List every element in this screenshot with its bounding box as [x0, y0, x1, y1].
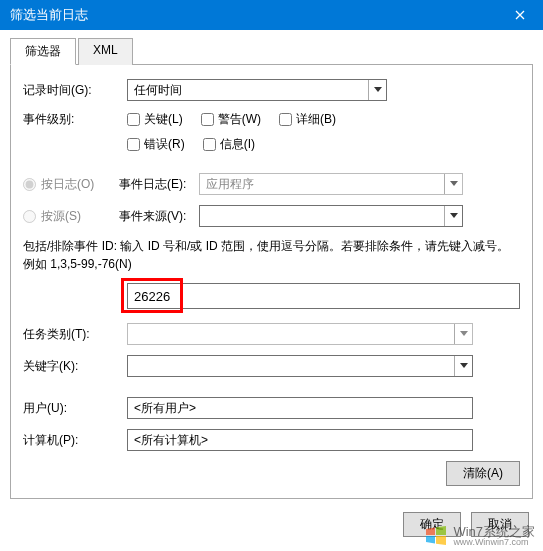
label-event-level: 事件级别: — [23, 111, 105, 128]
filter-panel: 记录时间(G): 事件级别: 关键(L) 警告(W) 详细(B) 错误(R) 信… — [10, 65, 533, 499]
id-hint-text: 包括/排除事件 ID: 输入 ID 号和/或 ID 范围，使用逗号分隔。若要排除… — [23, 237, 520, 273]
tab-xml[interactable]: XML — [78, 38, 133, 65]
combo-event-log-input — [200, 174, 444, 194]
event-id-input[interactable] — [127, 283, 520, 309]
combo-task-category[interactable] — [127, 323, 473, 345]
label-computer: 计算机(P): — [23, 432, 105, 449]
chk-info[interactable]: 信息(I) — [203, 136, 255, 153]
chk-warning[interactable]: 警告(W) — [201, 111, 261, 128]
label-event-source: 事件来源(V): — [119, 208, 199, 225]
radio-by-log[interactable]: 按日志(O) — [23, 176, 119, 193]
cancel-button[interactable]: 取消 — [471, 512, 529, 537]
ok-button[interactable]: 确定 — [403, 512, 461, 537]
combo-log-time[interactable] — [127, 79, 387, 101]
label-event-log: 事件日志(E): — [119, 176, 199, 193]
computer-input[interactable] — [127, 429, 473, 451]
combo-event-source[interactable] — [199, 205, 463, 227]
label-log-time: 记录时间(G): — [23, 82, 105, 99]
combo-keyword-input[interactable] — [128, 356, 454, 376]
chk-verbose[interactable]: 详细(B) — [279, 111, 336, 128]
user-input[interactable] — [127, 397, 473, 419]
event-id-wrap — [127, 283, 520, 309]
titlebar: 筛选当前日志 — [0, 0, 543, 30]
label-keyword: 关键字(K): — [23, 358, 105, 375]
window-title: 筛选当前日志 — [10, 6, 497, 24]
radio-by-source[interactable]: 按源(S) — [23, 208, 119, 225]
tab-filter[interactable]: 筛选器 — [10, 38, 76, 65]
combo-keyword[interactable] — [127, 355, 473, 377]
close-icon — [515, 10, 525, 20]
combo-task-category-input — [128, 324, 454, 344]
chk-error[interactable]: 错误(R) — [127, 136, 185, 153]
chevron-down-icon[interactable] — [368, 80, 386, 100]
label-user: 用户(U): — [23, 400, 105, 417]
close-button[interactable] — [497, 0, 543, 30]
chk-critical[interactable]: 关键(L) — [127, 111, 183, 128]
combo-event-log[interactable] — [199, 173, 463, 195]
combo-log-time-input[interactable] — [128, 80, 368, 100]
clear-button[interactable]: 清除(A) — [446, 461, 520, 486]
dialog-footer: 确定 取消 — [389, 504, 543, 545]
label-task-category: 任务类别(T): — [23, 326, 105, 343]
chevron-down-icon[interactable] — [454, 356, 472, 376]
chevron-down-icon[interactable] — [444, 206, 462, 226]
tab-strip: 筛选器 XML — [10, 38, 533, 65]
content-area: 筛选器 XML 记录时间(G): 事件级别: 关键(L) 警告(W) 详细(B) — [0, 30, 543, 509]
chevron-down-icon[interactable] — [454, 324, 472, 344]
chevron-down-icon[interactable] — [444, 174, 462, 194]
combo-event-source-input[interactable] — [200, 206, 444, 226]
